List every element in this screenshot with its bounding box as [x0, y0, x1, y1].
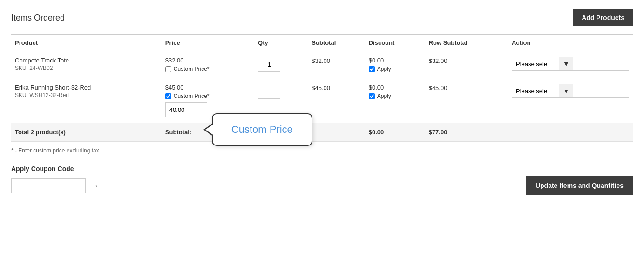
- coupon-left: →: [11, 178, 99, 193]
- product-sku-1: SKU: 24-WB02: [15, 65, 158, 71]
- select-arrow-1[interactable]: ▼: [559, 57, 573, 70]
- col-row-subtotal: Row Subtotal: [425, 35, 508, 51]
- action-cell-2: Please sele ▼: [508, 78, 633, 123]
- col-discount: Discount: [365, 35, 425, 51]
- product-sku-2: SKU: WSH12-32-Red: [15, 92, 158, 98]
- page-title: Items Ordered: [11, 13, 65, 23]
- action-cell-1: Please sele ▼: [508, 51, 633, 78]
- action-select-2[interactable]: Please sele: [512, 85, 559, 97]
- product-name-2: Erika Running Short-32-Red: [15, 84, 158, 91]
- discount-value-1: $0.00: [369, 57, 421, 64]
- table-row: Erika Running Short-32-Red SKU: WSH12-32…: [11, 78, 633, 123]
- price-value-1: $32.00: [165, 57, 251, 64]
- custom-price-row-1: Custom Price*: [165, 66, 251, 72]
- update-items-button[interactable]: Update Items and Quantities: [526, 176, 633, 195]
- total-row: Total 2 product(s) Subtotal: $0.00 $77.0…: [11, 123, 633, 142]
- row-subtotal-cell-2: $45.00: [425, 78, 508, 123]
- apply-label-2: Apply: [377, 93, 391, 99]
- action-select-wrapper-1: Please sele ▼: [512, 57, 629, 71]
- coupon-row: → Update Items and Quantities: [11, 176, 633, 195]
- table-header-row: Product Price Qty Subtotal Discount Row …: [11, 35, 633, 51]
- row-subtotal-cell-1: $32.00: [425, 51, 508, 78]
- subtotal-value-1: $32.00: [312, 57, 330, 64]
- col-action: Action: [508, 35, 633, 51]
- footnote: * - Enter custom price excluding tax: [11, 147, 633, 154]
- total-action-empty: [508, 123, 633, 142]
- custom-price-tooltip: Custom Price: [212, 113, 312, 146]
- coupon-label: Apply Coupon Code: [11, 165, 633, 173]
- table-row: Compete Track Tote SKU: 24-WB02 $32.00 C…: [11, 51, 633, 78]
- apply-checkbox-1[interactable]: [369, 66, 375, 72]
- custom-price-checkbox-1[interactable]: [165, 66, 171, 72]
- col-price: Price: [162, 35, 254, 51]
- product-cell-1: Compete Track Tote SKU: 24-WB02: [11, 51, 162, 78]
- total-row-subtotal: $77.00: [425, 123, 508, 142]
- select-arrow-2[interactable]: ▼: [559, 84, 573, 97]
- custom-price-label-1: Custom Price*: [174, 66, 210, 72]
- col-subtotal: Subtotal: [308, 35, 365, 51]
- total-subtotal-empty: [308, 123, 365, 142]
- price-cell-2: $45.00 Custom Price* Custom Price: [162, 78, 254, 123]
- subtotal-cell-1: $32.00: [308, 51, 365, 78]
- apply-row-1: Apply: [369, 66, 421, 72]
- apply-label-1: Apply: [377, 66, 391, 72]
- subtotal-value-2: $45.00: [312, 84, 330, 91]
- row-subtotal-value-2: $45.00: [429, 84, 447, 91]
- coupon-section: Apply Coupon Code → Update Items and Qua…: [11, 165, 633, 195]
- discount-cell-2: $0.00 Apply: [365, 78, 425, 123]
- action-select-wrapper-2: Please sele ▼: [512, 84, 629, 98]
- col-product: Product: [11, 35, 162, 51]
- price-value-2: $45.00: [165, 84, 251, 91]
- custom-price-input-2[interactable]: [165, 102, 207, 117]
- custom-price-row-2: Custom Price*: [165, 93, 251, 99]
- total-label: Total 2 product(s): [11, 123, 162, 142]
- subtotal-cell-2: $45.00: [308, 78, 365, 123]
- add-products-button[interactable]: Add Products: [573, 9, 633, 26]
- qty-input-1[interactable]: [258, 57, 280, 72]
- coupon-submit-button[interactable]: →: [90, 181, 99, 191]
- product-name-1: Compete Track Tote: [15, 57, 158, 64]
- tooltip-label: Custom Price: [231, 124, 293, 135]
- price-cell-1: $32.00 Custom Price*: [162, 51, 254, 78]
- total-discount: $0.00: [365, 123, 425, 142]
- custom-price-checkbox-2[interactable]: [165, 93, 171, 99]
- coupon-input[interactable]: [11, 178, 86, 193]
- discount-cell-1: $0.00 Apply: [365, 51, 425, 78]
- action-select-1[interactable]: Please sele: [512, 58, 559, 70]
- row-subtotal-value-1: $32.00: [429, 57, 447, 64]
- custom-price-label-2: Custom Price*: [174, 93, 210, 99]
- page-header: Items Ordered Add Products: [11, 9, 633, 26]
- qty-cell-1: [254, 51, 308, 78]
- apply-checkbox-2[interactable]: [369, 93, 375, 99]
- qty-input-2[interactable]: [258, 84, 280, 99]
- discount-value-2: $0.00: [369, 84, 421, 91]
- apply-row-2: Apply: [369, 93, 421, 99]
- col-qty: Qty: [254, 35, 308, 51]
- items-table: Product Price Qty Subtotal Discount Row …: [11, 34, 633, 142]
- custom-price-tooltip-wrapper: Custom Price: [165, 99, 207, 117]
- product-cell-2: Erika Running Short-32-Red SKU: WSH12-32…: [11, 78, 162, 123]
